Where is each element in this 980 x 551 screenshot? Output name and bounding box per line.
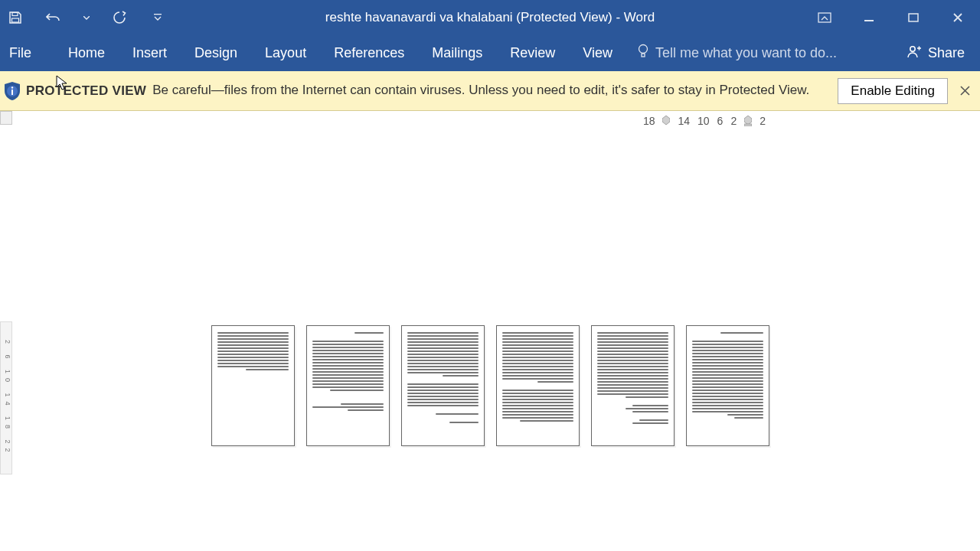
svg-rect-5 — [909, 14, 918, 21]
ribbon-display-options-icon[interactable] — [802, 0, 847, 35]
tab-mailings[interactable]: Mailings — [418, 35, 496, 71]
share-icon — [906, 44, 922, 63]
ruler-mark: 2 — [730, 115, 737, 127]
horizontal-ruler: 18 14 10 6 2 2 — [0, 111, 980, 134]
enable-editing-button[interactable]: Enable Editing — [838, 78, 948, 104]
svg-rect-3 — [818, 13, 831, 22]
shield-info-icon — [3, 80, 21, 102]
svg-rect-0 — [12, 13, 18, 16]
share-label: Share — [928, 45, 965, 61]
tab-layout[interactable]: Layout — [251, 35, 320, 71]
ribbon-tabs: File Home Insert Design Layout Reference… — [0, 35, 980, 71]
ruler-mark: 18 — [643, 115, 655, 127]
quick-access-toolbar — [0, 0, 167, 35]
page-thumbnails — [0, 325, 980, 446]
ruler-mark: 2 — [760, 115, 766, 127]
svg-rect-2 — [154, 14, 162, 15]
maximize-icon[interactable] — [891, 0, 936, 35]
tab-insert[interactable]: Insert — [119, 35, 181, 71]
tab-file[interactable]: File — [0, 35, 54, 71]
ruler-numbers: 18 14 10 6 2 2 — [643, 115, 766, 127]
svg-rect-4 — [864, 20, 874, 21]
page-thumbnail[interactable] — [591, 325, 675, 446]
share-button[interactable]: Share — [891, 35, 980, 71]
undo-icon[interactable] — [44, 8, 63, 27]
customize-qat-icon[interactable] — [149, 8, 167, 27]
minimize-icon[interactable] — [847, 0, 891, 35]
page-thumbnail[interactable] — [211, 325, 295, 446]
svg-point-6 — [639, 45, 647, 54]
svg-point-8 — [910, 47, 915, 51]
page-thumbnail[interactable] — [306, 325, 390, 446]
protected-view-title: PROTECTED VIEW — [26, 83, 146, 99]
page-thumbnail[interactable] — [686, 325, 769, 446]
protected-view-bar: PROTECTED VIEW Be careful—files from the… — [0, 71, 980, 111]
tell-me-placeholder: Tell me what you want to do... — [655, 45, 837, 61]
ruler-mark: 6 — [717, 115, 724, 127]
tab-review[interactable]: Review — [496, 35, 569, 71]
ruler-corner — [0, 111, 12, 125]
svg-point-11 — [11, 86, 13, 88]
tab-design[interactable]: Design — [181, 35, 251, 71]
tab-view[interactable]: View — [569, 35, 626, 71]
indent-marker-icon[interactable] — [662, 116, 670, 126]
page-thumbnail[interactable] — [401, 325, 485, 446]
svg-rect-12 — [744, 124, 752, 126]
tab-references[interactable]: References — [320, 35, 418, 71]
svg-rect-1 — [12, 18, 19, 22]
close-bar-icon[interactable] — [956, 82, 974, 100]
window-controls — [802, 0, 980, 35]
lightbulb-icon — [637, 44, 649, 63]
ruler-mark: 14 — [678, 115, 690, 127]
redo-icon[interactable] — [110, 8, 129, 27]
save-icon[interactable] — [6, 8, 24, 27]
tab-home[interactable]: Home — [54, 35, 119, 71]
document-area[interactable]: 2 6 10 14 18 22 — [0, 134, 980, 551]
svg-rect-7 — [642, 54, 645, 57]
protected-view-message: Be careful—files from the Internet can c… — [152, 82, 838, 99]
title-bar: reshte havanavardi va khalabani (Protect… — [0, 0, 980, 35]
ruler-mark: 10 — [697, 115, 710, 127]
undo-dropdown-icon[interactable] — [83, 8, 90, 27]
tell-me-search[interactable]: Tell me what you want to do... — [626, 35, 848, 71]
close-icon[interactable] — [936, 0, 980, 35]
page-thumbnail[interactable] — [496, 325, 580, 446]
svg-rect-10 — [11, 90, 13, 95]
indent-marker-icon[interactable] — [744, 116, 752, 126]
